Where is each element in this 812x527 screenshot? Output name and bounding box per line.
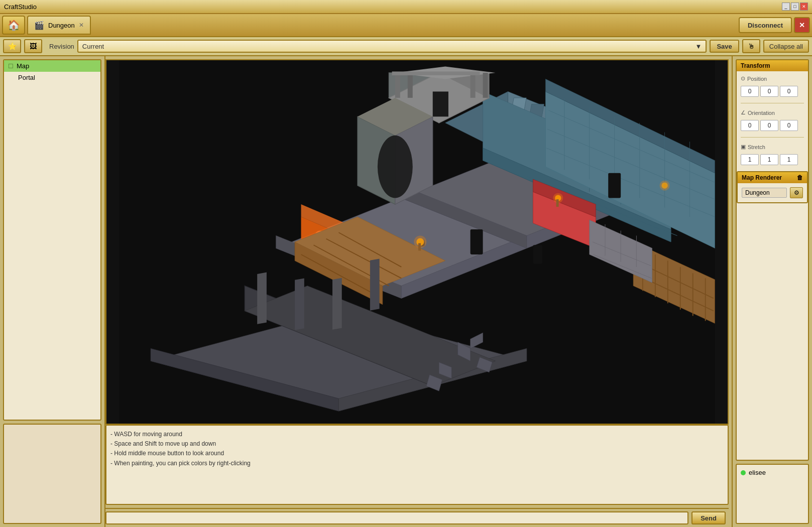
svg-rect-37 (395, 73, 400, 98)
position-z[interactable] (780, 86, 798, 97)
orientation-icon: ∠ (741, 109, 746, 116)
app-title: CraftStudio (4, 3, 37, 11)
console-line-3: - Hold middle mouse button to look aroun… (110, 449, 724, 458)
console-panel: - WASD for moving around - Space and Shi… (105, 425, 729, 505)
stretch-x[interactable] (741, 154, 759, 165)
orientation-inputs (741, 120, 804, 131)
chevron-down-icon: ▼ (695, 43, 702, 50)
map-renderer-header: Map Renderer 🗑 (738, 172, 807, 183)
canvas-area[interactable] (105, 59, 729, 425)
bottom-bar: Send (105, 508, 729, 527)
dungeon-viewport[interactable] (106, 60, 728, 424)
position-x[interactable] (741, 86, 759, 97)
svg-rect-40 (483, 73, 488, 98)
svg-rect-63 (257, 273, 267, 324)
svg-rect-64 (295, 278, 304, 330)
map-renderer-content: Dungeon ⚙ (738, 183, 807, 202)
maximize-button[interactable]: □ (791, 3, 799, 11)
map-renderer-edit-button[interactable]: ⚙ (790, 187, 803, 198)
main-layout: ☐ Map Portal (0, 56, 812, 527)
orientation-z[interactable] (780, 120, 798, 131)
map-renderer-panel: Map Renderer 🗑 Dungeon ⚙ (737, 171, 808, 203)
collapse-all-button[interactable]: Collapse all (763, 40, 809, 53)
position-inputs (741, 86, 804, 97)
user-item-elisee: elisee (741, 469, 804, 476)
stretch-z[interactable] (780, 154, 798, 165)
revision-value: Current (82, 43, 104, 50)
transform-content: ⊙ Position ∠ Orientation (737, 71, 808, 169)
user-online-indicator (741, 470, 746, 475)
window-close-x-button[interactable]: ✕ (794, 17, 810, 33)
stretch-row: ▣ Stretch (741, 144, 804, 150)
svg-rect-66 (370, 258, 380, 310)
home-icon: 🏠 (8, 19, 20, 31)
stretch-inputs (741, 154, 804, 165)
svg-rect-41 (392, 71, 480, 75)
svg-rect-76 (556, 199, 559, 207)
map-renderer-value: Dungeon (742, 188, 787, 198)
extra-icon: 🖱 (748, 42, 755, 50)
position-icon: ⊙ (741, 75, 745, 82)
stretch-label: ▣ Stretch (741, 144, 776, 150)
position-y[interactable] (760, 86, 778, 97)
close-button[interactable]: ✕ (800, 3, 808, 11)
svg-rect-84 (533, 245, 542, 264)
users-panel: elisee (736, 464, 809, 524)
tree-item-map[interactable]: ☐ Map (4, 60, 100, 72)
left-panel: ☐ Map Portal (0, 56, 105, 527)
toolbar-star-button[interactable]: ⭐ (3, 39, 21, 53)
revision-dropdown[interactable]: Current ▼ (77, 40, 707, 53)
position-row: ⊙ Position (741, 75, 804, 82)
chat-input[interactable] (105, 511, 688, 524)
user-name: elisee (749, 469, 766, 476)
dungeon-tab[interactable]: 🎬 Dungeon ✕ (27, 16, 91, 35)
scene-tree: ☐ Map Portal (3, 59, 101, 421)
orientation-y[interactable] (760, 120, 778, 131)
svg-rect-39 (471, 73, 476, 98)
orientation-label: ∠ Orientation (741, 109, 776, 116)
tab-close-button[interactable]: ✕ (79, 22, 84, 29)
toolbar-image-button[interactable]: 🖼 (24, 39, 42, 53)
position-label: ⊙ Position (741, 75, 776, 82)
transform-title: Transform (741, 62, 770, 69)
window-controls: _ □ ✕ (782, 3, 808, 11)
minimize-button[interactable]: _ (782, 3, 790, 11)
svg-rect-42 (433, 91, 448, 116)
console-line-4: - When painting, you can pick colors by … (110, 459, 724, 468)
orientation-row: ∠ Orientation (741, 109, 804, 116)
tree-item-map-label: Map (17, 62, 29, 70)
portal-node-label: Portal (18, 74, 35, 81)
map-renderer-trash-icon[interactable]: 🗑 (797, 174, 803, 181)
transform-panel: Transform ⊙ Position (736, 59, 809, 461)
image-icon: 🖼 (30, 42, 37, 50)
console-line-2: - Space and Shift to move up and down (110, 439, 724, 449)
svg-rect-83 (608, 173, 621, 198)
tab-label: Dungeon (48, 22, 75, 29)
save-button[interactable]: Save (710, 40, 739, 53)
svg-rect-65 (332, 278, 342, 330)
star-icon: ⭐ (8, 42, 17, 50)
console-line-1: - WASD for moving around (110, 430, 724, 439)
toolbar-extra-button[interactable]: 🖱 (742, 39, 760, 53)
tab-bar: 🏠 🎬 Dungeon ✕ Disconnect ✕ (0, 14, 812, 37)
svg-point-45 (378, 136, 413, 198)
orientation-x[interactable] (741, 120, 759, 131)
transform-header: Transform (737, 60, 808, 71)
svg-point-74 (660, 181, 670, 191)
svg-rect-38 (408, 73, 413, 98)
stretch-icon: ▣ (741, 144, 746, 150)
viewport-area: - WASD for moving around - Space and Shi… (105, 56, 732, 527)
stretch-y[interactable] (760, 154, 778, 165)
svg-rect-82 (471, 229, 483, 254)
map-node-icon: ☐ (8, 63, 14, 70)
right-panel: Transform ⊙ Position (732, 56, 812, 527)
disconnect-button[interactable]: Disconnect (739, 17, 792, 33)
send-button[interactable]: Send (691, 511, 726, 524)
home-button[interactable]: 🏠 (2, 16, 25, 35)
revision-label: Revision (49, 43, 74, 50)
tree-item-portal[interactable]: Portal (4, 72, 100, 83)
svg-rect-75 (418, 243, 421, 250)
preview-panel (3, 424, 101, 524)
title-bar: CraftStudio _ □ ✕ (0, 0, 812, 14)
tab-movie-icon: 🎬 (34, 21, 44, 30)
